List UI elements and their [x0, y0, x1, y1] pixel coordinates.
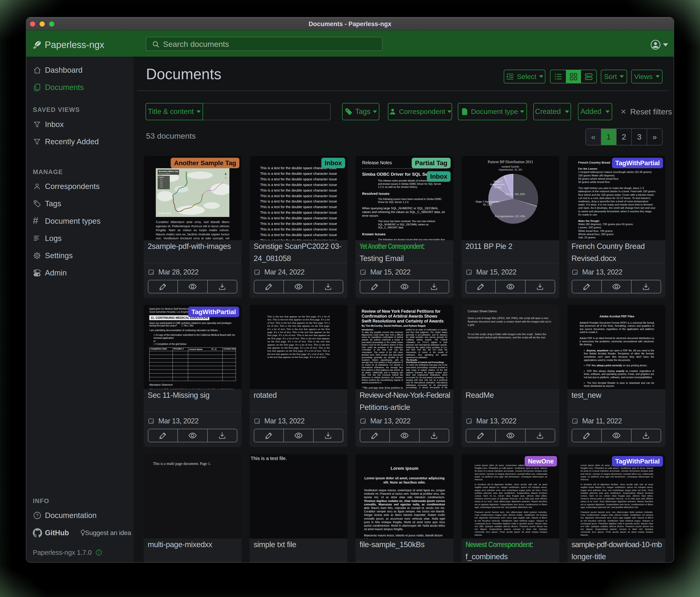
svg-text:Day4: Day4	[160, 184, 163, 186]
svg-text:N: N	[225, 177, 226, 179]
svg-text:Day2: Day2	[160, 181, 163, 182]
svg-text:Six days in BWCA: Six days in BWCA	[159, 173, 170, 174]
svg-text:Day1: Day1	[160, 179, 163, 180]
svg-text:Boundary Waters Trip: Boundary Waters Trip	[159, 170, 178, 172]
svg-text:Legend: Legend	[158, 176, 164, 178]
svg-text:Google Earth: Google Earth	[158, 212, 171, 214]
svg-text:Day3: Day3	[160, 183, 163, 184]
svg-text:?: ?	[36, 513, 39, 518]
svg-text:Day5: Day5	[160, 186, 163, 188]
